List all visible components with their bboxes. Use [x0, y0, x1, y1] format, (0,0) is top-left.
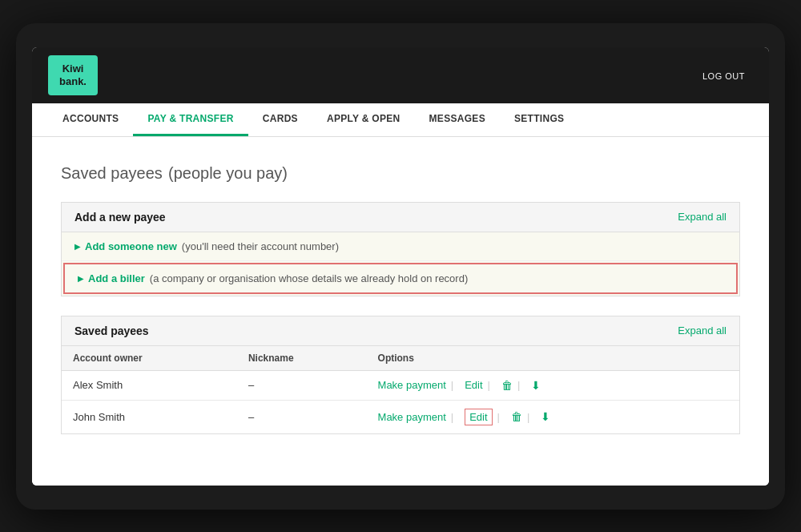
nav-bar: ACCOUNTS PAY & TRANSFER CARDS APPLY & OP…: [32, 103, 769, 137]
saved-payees-header: Saved payees Expand all: [62, 316, 739, 346]
add-payee-expand-all[interactable]: Expand all: [678, 211, 727, 223]
add-biller-row: ▶ Add a biller (a company or organisatio…: [63, 263, 738, 294]
add-payee-section: Add a new payee Expand all ▶ Add someone…: [61, 202, 740, 296]
triangle-icon-2: ▶: [78, 274, 84, 283]
separator-1: |: [451, 379, 453, 391]
add-someone-new-row: ▶ Add someone new (you'll need their acc…: [62, 232, 739, 261]
edit-link-2[interactable]: Edit: [465, 409, 492, 425]
add-payee-body: ▶ Add someone new (you'll need their acc…: [62, 232, 739, 294]
table-header-row: Account owner Nickname Options: [62, 346, 739, 371]
separator-2: |: [488, 379, 490, 391]
main-content: Saved payees (people you pay) Add a new …: [32, 137, 769, 486]
saved-payees-body: Account owner Nickname Options Alex Smit…: [62, 346, 739, 433]
account-owner-cell: John Smith: [62, 400, 237, 433]
logo-line2: bank.: [59, 75, 87, 87]
table-row: John Smith – Make payment | Edit | 🗑: [62, 400, 739, 433]
add-payee-header: Add a new payee Expand all: [62, 203, 739, 232]
options-container: Make payment | Edit | 🗑 | ⬇: [378, 379, 728, 392]
header: Kiwi bank. LOG OUT: [32, 47, 769, 103]
col-nickname: Nickname: [237, 346, 367, 371]
add-biller-desc: (a company or organisation whose details…: [150, 272, 468, 284]
delete-button-1[interactable]: 🗑: [501, 379, 513, 392]
add-someone-new-link[interactable]: Add someone new: [85, 240, 177, 252]
logout-area: LOG OUT: [702, 68, 745, 83]
make-payment-link-1[interactable]: Make payment: [378, 379, 446, 391]
nav-cards[interactable]: CARDS: [248, 103, 312, 136]
separator-5: |: [497, 411, 500, 423]
make-payment-link-2[interactable]: Make payment: [378, 411, 446, 423]
options-container: Make payment | Edit | 🗑 | ⬇: [378, 409, 728, 425]
add-biller-link[interactable]: Add a biller: [88, 272, 145, 284]
logo: Kiwi bank.: [48, 55, 98, 95]
separator-4: |: [451, 411, 453, 423]
nav-accounts[interactable]: ACCOUNTS: [48, 103, 133, 136]
nickname-cell: –: [237, 370, 367, 400]
logo-line1: Kiwi: [62, 62, 84, 75]
account-owner-cell: Alex Smith: [62, 370, 237, 400]
saved-payees-expand-all[interactable]: Expand all: [678, 324, 727, 337]
nav-settings[interactable]: SETTINGS: [500, 103, 578, 136]
options-cell: Make payment | Edit | 🗑 | ⬇: [367, 400, 739, 433]
separator-6: |: [527, 411, 529, 423]
sort-button-2[interactable]: ⬇: [541, 410, 550, 423]
nav-pay-transfer[interactable]: PAY & TRANSFER: [133, 103, 248, 136]
col-account-owner: Account owner: [62, 346, 237, 371]
logout-button[interactable]: LOG OUT: [702, 71, 745, 81]
triangle-icon-1: ▶: [74, 242, 81, 251]
screen: Kiwi bank. LOG OUT ACCOUNTS PAY & TRANSF…: [32, 47, 769, 486]
nav-messages[interactable]: MESSAGES: [415, 103, 500, 136]
add-someone-new-desc: (you'll need their account number): [182, 240, 339, 252]
options-cell: Make payment | Edit | 🗑 | ⬇: [367, 370, 739, 400]
sort-button-1[interactable]: ⬇: [531, 379, 541, 392]
edit-link-1[interactable]: Edit: [465, 379, 482, 391]
nav-apply-open[interactable]: APPLY & OPEN: [312, 103, 415, 136]
saved-payees-title: Saved payees: [74, 324, 149, 337]
saved-payees-section: Saved payees Expand all Account owner Ni…: [61, 316, 740, 434]
add-payee-title: Add a new payee: [74, 211, 166, 224]
col-options: Options: [367, 346, 739, 371]
page-title: Saved payees (people you pay): [61, 159, 740, 184]
payees-table: Account owner Nickname Options Alex Smit…: [62, 346, 739, 433]
delete-button-2[interactable]: 🗑: [511, 410, 522, 423]
tablet-frame: Kiwi bank. LOG OUT ACCOUNTS PAY & TRANSF…: [16, 23, 785, 510]
table-row: Alex Smith – Make payment | Edit | 🗑: [62, 370, 739, 400]
separator-3: |: [517, 379, 520, 391]
nickname-cell: –: [237, 400, 367, 433]
